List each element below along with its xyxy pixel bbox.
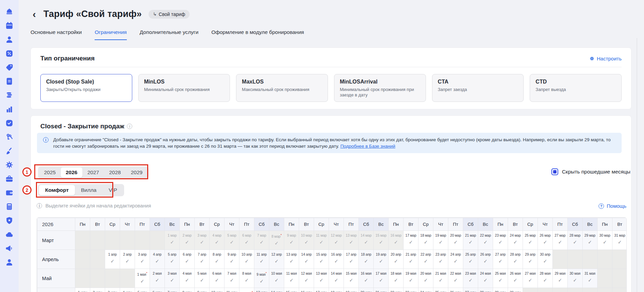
- date-cell[interactable]: 18 мая✓: [389, 269, 404, 288]
- date-cell[interactable]: 5 мая✓: [195, 269, 210, 288]
- date-cell[interactable]: 15 апр✓: [314, 250, 329, 269]
- date-cell[interactable]: 8 апр✓: [210, 250, 225, 269]
- date-cell[interactable]: 30 мар✓: [598, 231, 612, 250]
- date-cell[interactable]: 17 июн✓: [314, 288, 329, 292]
- date-cell[interactable]: 6 мая✓: [210, 269, 225, 288]
- date-cell[interactable]: 22 мая✓: [448, 269, 463, 288]
- date-cell[interactable]: 6 апр✓: [180, 250, 195, 269]
- year-tab-2027[interactable]: 2027: [82, 167, 104, 178]
- shield-icon[interactable]: [5, 216, 14, 225]
- restriction-card-minlos[interactable]: MinLOSМинимальный срок проживания: [138, 74, 230, 102]
- restriction-card-ctd[interactable]: CTDЗапрет выезда: [530, 74, 622, 102]
- date-cell[interactable]: 27 июн✓: [463, 288, 478, 292]
- date-cell[interactable]: 21 июн✓: [374, 288, 389, 292]
- date-cell[interactable]: 23 мар✓: [493, 231, 508, 250]
- megaphone-icon[interactable]: [5, 244, 14, 253]
- check-square-icon[interactable]: [5, 119, 14, 127]
- date-cell[interactable]: 8 июн✓: [180, 288, 195, 292]
- date-cell[interactable]: 12 апр✓: [269, 250, 284, 269]
- date-cell[interactable]: 25 апр✓: [463, 250, 478, 269]
- date-cell[interactable]: 12 июн*✓: [239, 288, 254, 292]
- date-cell[interactable]: 1 апр✓: [105, 250, 120, 269]
- date-cell[interactable]: 11 мая✓: [284, 269, 299, 288]
- date-cell[interactable]: 30 мая✓: [568, 269, 583, 288]
- date-cell[interactable]: 9 апр✓: [225, 250, 239, 269]
- document-icon[interactable]: [5, 77, 14, 86]
- date-cell[interactable]: 10 апр✓: [239, 250, 254, 269]
- date-cell[interactable]: 21 мар✓: [463, 231, 478, 250]
- date-cell[interactable]: 2 мая✓: [150, 269, 165, 288]
- date-cell[interactable]: 9 мая*✓: [254, 269, 269, 288]
- date-cell[interactable]: 13 июн✓: [254, 288, 269, 292]
- restriction-card-minlosarrival[interactable]: MinLOSArrivalМинимальный срок проживания…: [334, 74, 426, 102]
- year-tab-2026[interactable]: 2026: [61, 167, 82, 178]
- date-cell[interactable]: 1 мар✓: [165, 231, 180, 250]
- date-cell[interactable]: 19 июн✓: [344, 288, 359, 292]
- date-cell[interactable]: 31 мар✓: [612, 231, 627, 250]
- date-cell[interactable]: 2 июн✓: [90, 288, 105, 292]
- bell-icon[interactable]: [5, 7, 14, 16]
- date-cell[interactable]: 1 мая*✓: [135, 269, 150, 288]
- gear-icon[interactable]: [5, 161, 14, 169]
- tab-4[interactable]: Оформление в модуле бронирования: [211, 29, 304, 40]
- tag-icon[interactable]: [5, 63, 14, 72]
- date-cell[interactable]: 14 июн✓: [269, 288, 284, 292]
- date-cell[interactable]: 14 мая✓: [329, 269, 344, 288]
- coins-icon[interactable]: [5, 91, 14, 99]
- date-cell[interactable]: 16 мая✓: [359, 269, 374, 288]
- date-cell[interactable]: 13 мая✓: [314, 269, 329, 288]
- date-cell[interactable]: 11 апр✓: [254, 250, 269, 269]
- broom-icon[interactable]: [5, 147, 14, 155]
- date-cell[interactable]: 31 мая✓: [583, 269, 598, 288]
- date-cell[interactable]: 18 июн✓: [329, 288, 344, 292]
- category-tab-вилла[interactable]: Вилла: [75, 185, 103, 195]
- date-cell[interactable]: 21 мая✓: [433, 269, 448, 288]
- date-cell[interactable]: 30 апр✓: [538, 250, 553, 269]
- date-cell[interactable]: 22 июн✓: [389, 288, 404, 292]
- date-cell[interactable]: 18 мар✓: [418, 231, 433, 250]
- date-cell[interactable]: 28 мая✓: [538, 269, 553, 288]
- date-cell[interactable]: 4 мая✓: [180, 269, 195, 288]
- category-tab-комфорт[interactable]: Комфорт: [39, 185, 75, 195]
- date-cell[interactable]: 25 мая✓: [493, 269, 508, 288]
- date-cell[interactable]: 26 мая✓: [508, 269, 523, 288]
- date-cell[interactable]: 24 мая✓: [478, 269, 493, 288]
- date-cell[interactable]: 10 мая✓: [269, 269, 284, 288]
- date-cell[interactable]: 5 апр✓: [165, 250, 180, 269]
- date-cell[interactable]: 3 мая✓: [165, 269, 180, 288]
- knowledge-base-link[interactable]: Подробнее в Базе знаний: [340, 144, 395, 149]
- back-button[interactable]: ‹: [33, 10, 36, 19]
- info-icon[interactable]: i: [127, 124, 132, 129]
- date-cell[interactable]: 24 мар✓: [508, 231, 523, 250]
- date-cell[interactable]: 12 мая✓: [299, 269, 314, 288]
- date-cell[interactable]: 10 мар✓: [299, 231, 314, 250]
- date-cell[interactable]: 29 апр✓: [523, 250, 538, 269]
- restriction-card-maxlos[interactable]: MaxLOSМаксимальный срок проживания: [236, 74, 328, 102]
- date-cell[interactable]: 24 июн✓: [418, 288, 433, 292]
- date-cell[interactable]: 28 мар✓: [568, 231, 583, 250]
- date-cell[interactable]: 27 мая✓: [523, 269, 538, 288]
- date-cell[interactable]: 3 мар✓: [195, 231, 210, 250]
- date-cell[interactable]: 20 июн✓: [359, 288, 374, 292]
- date-cell[interactable]: 7 июн✓: [165, 288, 180, 292]
- date-cell[interactable]: 9 июн✓: [195, 288, 210, 292]
- date-cell[interactable]: 18 апр✓: [359, 250, 374, 269]
- bar-chart-icon[interactable]: [5, 105, 14, 113]
- date-cell[interactable]: 27 апр✓: [493, 250, 508, 269]
- date-cell[interactable]: 23 июн✓: [404, 288, 418, 292]
- date-cell[interactable]: 24 апр✓: [448, 250, 463, 269]
- date-cell[interactable]: 4 июн✓: [120, 288, 135, 292]
- date-cell[interactable]: 11 мар✓: [314, 231, 329, 250]
- year-tab-2025[interactable]: 2025: [39, 167, 61, 178]
- date-cell[interactable]: 14 апр✓: [299, 250, 314, 269]
- date-cell[interactable]: 28 июн✓: [478, 288, 493, 292]
- date-cell[interactable]: 10 июн✓: [210, 288, 225, 292]
- date-cell[interactable]: 16 мар✓: [389, 231, 404, 250]
- help-link[interactable]: ? Помощь: [599, 203, 626, 209]
- date-cell[interactable]: 26 мар✓: [538, 231, 553, 250]
- date-cell[interactable]: 25 июн✓: [433, 288, 448, 292]
- date-cell[interactable]: 21 апр✓: [404, 250, 418, 269]
- date-cell[interactable]: 28 апр✓: [508, 250, 523, 269]
- date-cell[interactable]: 15 мая✓: [344, 269, 359, 288]
- year-tab-2029[interactable]: 2029: [126, 167, 148, 178]
